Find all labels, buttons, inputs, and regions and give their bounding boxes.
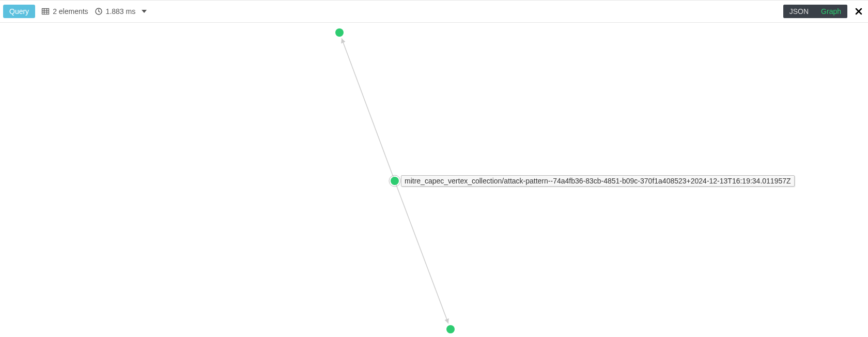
graph-edge[interactable]	[396, 185, 448, 323]
view-json-button[interactable]: JSON	[783, 5, 815, 18]
elements-count-label: 2 elements	[53, 7, 88, 16]
svg-line-7	[99, 11, 100, 12]
chevron-down-icon[interactable]	[142, 10, 147, 13]
node-tooltip: mitre_capec_vertex_collection/attack-pat…	[401, 175, 795, 187]
graph-node[interactable]	[391, 177, 399, 185]
query-button[interactable]: Query	[3, 5, 35, 18]
svg-rect-0	[42, 9, 49, 14]
query-timing-label: 1.883 ms	[106, 7, 136, 16]
view-graph-button[interactable]: Graph	[815, 5, 847, 18]
clock-icon	[95, 7, 103, 16]
query-timing[interactable]: 1.883 ms	[95, 7, 136, 16]
graph-node[interactable]	[446, 325, 455, 333]
close-icon[interactable]	[853, 5, 865, 18]
table-icon	[41, 7, 50, 16]
graph-edge[interactable]	[342, 38, 393, 177]
elements-count[interactable]: 2 elements	[41, 7, 88, 16]
view-toggle: JSON Graph	[783, 5, 847, 18]
toolbar: Query 2 elements 1.	[0, 0, 868, 23]
graph-node[interactable]	[335, 28, 344, 37]
toolbar-right: JSON Graph	[783, 5, 865, 18]
graph-viewport[interactable]: mitre_capec_vertex_collection/attack-pat…	[0, 23, 868, 337]
